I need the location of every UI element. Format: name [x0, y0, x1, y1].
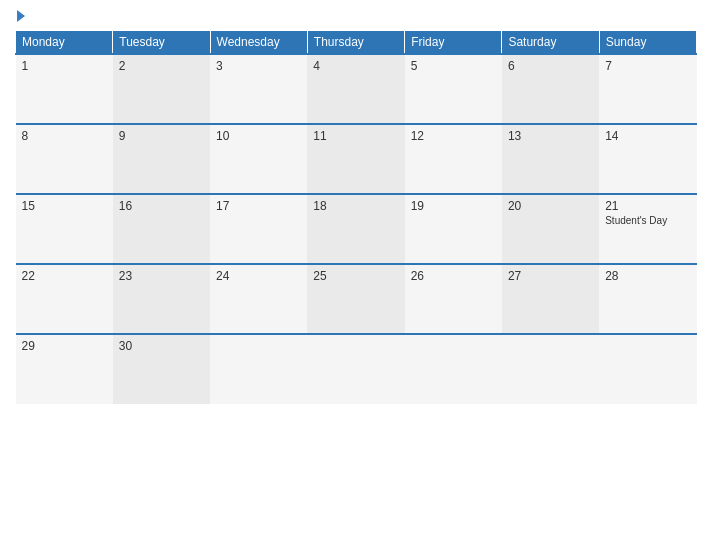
day-number: 1 — [22, 59, 107, 73]
day-number: 22 — [22, 269, 107, 283]
calendar-cell — [405, 334, 502, 404]
calendar-cell: 24 — [210, 264, 307, 334]
calendar-cell: 19 — [405, 194, 502, 264]
calendar-cell: 8 — [16, 124, 113, 194]
day-number: 12 — [411, 129, 496, 143]
day-number: 27 — [508, 269, 593, 283]
calendar-cell: 30 — [113, 334, 210, 404]
calendar-cell: 23 — [113, 264, 210, 334]
calendar-cell: 15 — [16, 194, 113, 264]
calendar-cell — [307, 334, 404, 404]
logo — [15, 10, 25, 22]
day-number: 4 — [313, 59, 398, 73]
day-number: 15 — [22, 199, 107, 213]
col-thursday: Thursday — [307, 31, 404, 55]
day-number: 30 — [119, 339, 204, 353]
day-number: 2 — [119, 59, 204, 73]
calendar-cell — [502, 334, 599, 404]
calendar-cell: 7 — [599, 54, 696, 124]
calendar-cell: 18 — [307, 194, 404, 264]
calendar-cell: 20 — [502, 194, 599, 264]
calendar-cell: 27 — [502, 264, 599, 334]
calendar-page: Monday Tuesday Wednesday Thursday Friday… — [0, 0, 712, 550]
calendar-week-row: 15161718192021Student's Day — [16, 194, 697, 264]
calendar-cell: 13 — [502, 124, 599, 194]
day-number: 7 — [605, 59, 690, 73]
day-number: 25 — [313, 269, 398, 283]
logo-triangle-icon — [17, 10, 25, 22]
logo-blue-text — [15, 10, 25, 22]
calendar-cell: 3 — [210, 54, 307, 124]
calendar-week-row: 891011121314 — [16, 124, 697, 194]
day-number: 5 — [411, 59, 496, 73]
event-label: Student's Day — [605, 215, 690, 226]
calendar-cell — [599, 334, 696, 404]
calendar-cell: 14 — [599, 124, 696, 194]
calendar-cell: 17 — [210, 194, 307, 264]
col-sunday: Sunday — [599, 31, 696, 55]
calendar-cell: 21Student's Day — [599, 194, 696, 264]
day-number: 23 — [119, 269, 204, 283]
col-wednesday: Wednesday — [210, 31, 307, 55]
calendar-cell: 26 — [405, 264, 502, 334]
day-number: 10 — [216, 129, 301, 143]
day-number: 20 — [508, 199, 593, 213]
calendar-cell: 29 — [16, 334, 113, 404]
calendar-cell: 28 — [599, 264, 696, 334]
col-monday: Monday — [16, 31, 113, 55]
calendar-cell — [210, 334, 307, 404]
calendar-cell: 11 — [307, 124, 404, 194]
calendar-table: Monday Tuesday Wednesday Thursday Friday… — [15, 30, 697, 404]
day-number: 13 — [508, 129, 593, 143]
calendar-cell: 5 — [405, 54, 502, 124]
calendar-week-row: 1234567 — [16, 54, 697, 124]
calendar-week-row: 22232425262728 — [16, 264, 697, 334]
day-number: 14 — [605, 129, 690, 143]
calendar-cell: 25 — [307, 264, 404, 334]
calendar-cell: 4 — [307, 54, 404, 124]
page-header — [15, 10, 697, 22]
day-number: 11 — [313, 129, 398, 143]
day-number: 17 — [216, 199, 301, 213]
day-number: 29 — [22, 339, 107, 353]
calendar-header-row: Monday Tuesday Wednesday Thursday Friday… — [16, 31, 697, 55]
day-number: 18 — [313, 199, 398, 213]
calendar-cell: 6 — [502, 54, 599, 124]
day-number: 28 — [605, 269, 690, 283]
calendar-cell: 22 — [16, 264, 113, 334]
calendar-cell: 10 — [210, 124, 307, 194]
col-friday: Friday — [405, 31, 502, 55]
calendar-cell: 12 — [405, 124, 502, 194]
col-saturday: Saturday — [502, 31, 599, 55]
day-number: 21 — [605, 199, 690, 213]
day-number: 19 — [411, 199, 496, 213]
day-number: 16 — [119, 199, 204, 213]
calendar-cell: 16 — [113, 194, 210, 264]
calendar-cell: 2 — [113, 54, 210, 124]
calendar-week-row: 2930 — [16, 334, 697, 404]
day-number: 8 — [22, 129, 107, 143]
calendar-cell: 1 — [16, 54, 113, 124]
day-number: 24 — [216, 269, 301, 283]
day-number: 9 — [119, 129, 204, 143]
col-tuesday: Tuesday — [113, 31, 210, 55]
day-number: 6 — [508, 59, 593, 73]
day-number: 26 — [411, 269, 496, 283]
calendar-cell: 9 — [113, 124, 210, 194]
day-number: 3 — [216, 59, 301, 73]
